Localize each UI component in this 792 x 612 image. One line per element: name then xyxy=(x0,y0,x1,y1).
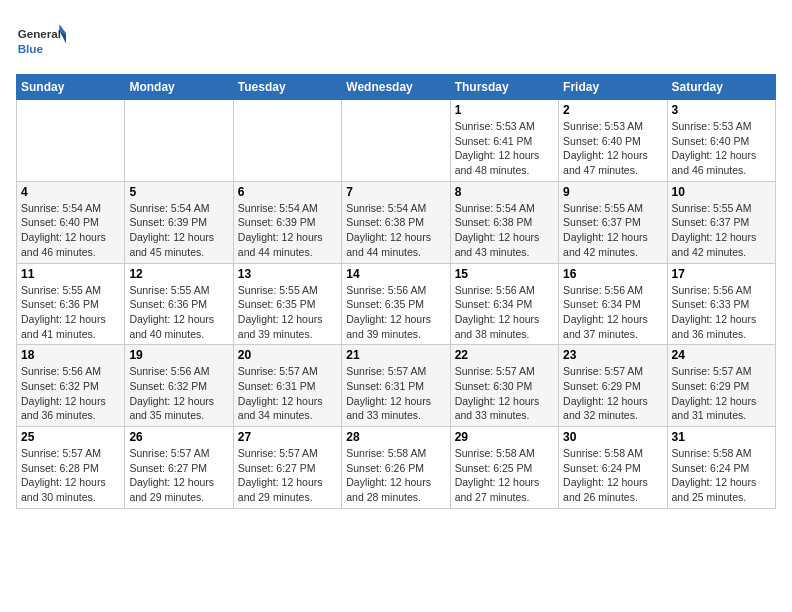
day-content: Sunrise: 5:57 AM Sunset: 6:29 PM Dayligh… xyxy=(672,364,771,423)
calendar-body: 1Sunrise: 5:53 AM Sunset: 6:41 PM Daylig… xyxy=(17,100,776,509)
day-cell-17: 17Sunrise: 5:56 AM Sunset: 6:33 PM Dayli… xyxy=(667,263,775,345)
week-row-5: 25Sunrise: 5:57 AM Sunset: 6:28 PM Dayli… xyxy=(17,427,776,509)
day-cell-21: 21Sunrise: 5:57 AM Sunset: 6:31 PM Dayli… xyxy=(342,345,450,427)
day-cell-6: 6Sunrise: 5:54 AM Sunset: 6:39 PM Daylig… xyxy=(233,181,341,263)
day-cell-25: 25Sunrise: 5:57 AM Sunset: 6:28 PM Dayli… xyxy=(17,427,125,509)
day-cell-13: 13Sunrise: 5:55 AM Sunset: 6:35 PM Dayli… xyxy=(233,263,341,345)
day-cell-18: 18Sunrise: 5:56 AM Sunset: 6:32 PM Dayli… xyxy=(17,345,125,427)
day-number: 29 xyxy=(455,430,554,444)
empty-cell xyxy=(233,100,341,182)
day-content: Sunrise: 5:57 AM Sunset: 6:30 PM Dayligh… xyxy=(455,364,554,423)
day-number: 9 xyxy=(563,185,662,199)
day-number: 22 xyxy=(455,348,554,362)
day-number: 19 xyxy=(129,348,228,362)
day-content: Sunrise: 5:55 AM Sunset: 6:37 PM Dayligh… xyxy=(563,201,662,260)
calendar-header: SundayMondayTuesdayWednesdayThursdayFrid… xyxy=(17,75,776,100)
calendar-table: SundayMondayTuesdayWednesdayThursdayFrid… xyxy=(16,74,776,509)
day-number: 27 xyxy=(238,430,337,444)
day-cell-29: 29Sunrise: 5:58 AM Sunset: 6:25 PM Dayli… xyxy=(450,427,558,509)
header-day-monday: Monday xyxy=(125,75,233,100)
day-cell-28: 28Sunrise: 5:58 AM Sunset: 6:26 PM Dayli… xyxy=(342,427,450,509)
day-number: 2 xyxy=(563,103,662,117)
day-cell-11: 11Sunrise: 5:55 AM Sunset: 6:36 PM Dayli… xyxy=(17,263,125,345)
day-cell-27: 27Sunrise: 5:57 AM Sunset: 6:27 PM Dayli… xyxy=(233,427,341,509)
header-day-tuesday: Tuesday xyxy=(233,75,341,100)
day-number: 30 xyxy=(563,430,662,444)
day-number: 24 xyxy=(672,348,771,362)
day-cell-7: 7Sunrise: 5:54 AM Sunset: 6:38 PM Daylig… xyxy=(342,181,450,263)
day-cell-22: 22Sunrise: 5:57 AM Sunset: 6:30 PM Dayli… xyxy=(450,345,558,427)
day-number: 20 xyxy=(238,348,337,362)
day-content: Sunrise: 5:57 AM Sunset: 6:28 PM Dayligh… xyxy=(21,446,120,505)
day-cell-8: 8Sunrise: 5:54 AM Sunset: 6:38 PM Daylig… xyxy=(450,181,558,263)
day-content: Sunrise: 5:58 AM Sunset: 6:26 PM Dayligh… xyxy=(346,446,445,505)
empty-cell xyxy=(17,100,125,182)
day-number: 28 xyxy=(346,430,445,444)
header-row: SundayMondayTuesdayWednesdayThursdayFrid… xyxy=(17,75,776,100)
day-content: Sunrise: 5:53 AM Sunset: 6:40 PM Dayligh… xyxy=(563,119,662,178)
day-content: Sunrise: 5:58 AM Sunset: 6:25 PM Dayligh… xyxy=(455,446,554,505)
day-number: 15 xyxy=(455,267,554,281)
day-content: Sunrise: 5:56 AM Sunset: 6:34 PM Dayligh… xyxy=(563,283,662,342)
empty-cell xyxy=(125,100,233,182)
day-number: 13 xyxy=(238,267,337,281)
day-content: Sunrise: 5:55 AM Sunset: 6:37 PM Dayligh… xyxy=(672,201,771,260)
day-number: 23 xyxy=(563,348,662,362)
day-cell-1: 1Sunrise: 5:53 AM Sunset: 6:41 PM Daylig… xyxy=(450,100,558,182)
day-content: Sunrise: 5:55 AM Sunset: 6:35 PM Dayligh… xyxy=(238,283,337,342)
header-day-sunday: Sunday xyxy=(17,75,125,100)
day-cell-24: 24Sunrise: 5:57 AM Sunset: 6:29 PM Dayli… xyxy=(667,345,775,427)
day-cell-9: 9Sunrise: 5:55 AM Sunset: 6:37 PM Daylig… xyxy=(559,181,667,263)
day-cell-3: 3Sunrise: 5:53 AM Sunset: 6:40 PM Daylig… xyxy=(667,100,775,182)
day-cell-19: 19Sunrise: 5:56 AM Sunset: 6:32 PM Dayli… xyxy=(125,345,233,427)
week-row-2: 4Sunrise: 5:54 AM Sunset: 6:40 PM Daylig… xyxy=(17,181,776,263)
day-number: 8 xyxy=(455,185,554,199)
day-content: Sunrise: 5:56 AM Sunset: 6:32 PM Dayligh… xyxy=(21,364,120,423)
svg-text:Blue: Blue xyxy=(18,43,44,56)
day-number: 5 xyxy=(129,185,228,199)
day-content: Sunrise: 5:58 AM Sunset: 6:24 PM Dayligh… xyxy=(563,446,662,505)
day-number: 14 xyxy=(346,267,445,281)
day-content: Sunrise: 5:57 AM Sunset: 6:27 PM Dayligh… xyxy=(238,446,337,505)
week-row-1: 1Sunrise: 5:53 AM Sunset: 6:41 PM Daylig… xyxy=(17,100,776,182)
day-content: Sunrise: 5:56 AM Sunset: 6:34 PM Dayligh… xyxy=(455,283,554,342)
day-cell-10: 10Sunrise: 5:55 AM Sunset: 6:37 PM Dayli… xyxy=(667,181,775,263)
day-content: Sunrise: 5:57 AM Sunset: 6:31 PM Dayligh… xyxy=(346,364,445,423)
day-cell-16: 16Sunrise: 5:56 AM Sunset: 6:34 PM Dayli… xyxy=(559,263,667,345)
day-content: Sunrise: 5:57 AM Sunset: 6:29 PM Dayligh… xyxy=(563,364,662,423)
header-day-wednesday: Wednesday xyxy=(342,75,450,100)
day-number: 18 xyxy=(21,348,120,362)
day-content: Sunrise: 5:54 AM Sunset: 6:39 PM Dayligh… xyxy=(238,201,337,260)
day-content: Sunrise: 5:53 AM Sunset: 6:40 PM Dayligh… xyxy=(672,119,771,178)
day-cell-12: 12Sunrise: 5:55 AM Sunset: 6:36 PM Dayli… xyxy=(125,263,233,345)
logo: General Blue xyxy=(16,16,66,66)
header-day-friday: Friday xyxy=(559,75,667,100)
day-content: Sunrise: 5:56 AM Sunset: 6:35 PM Dayligh… xyxy=(346,283,445,342)
day-content: Sunrise: 5:58 AM Sunset: 6:24 PM Dayligh… xyxy=(672,446,771,505)
day-cell-14: 14Sunrise: 5:56 AM Sunset: 6:35 PM Dayli… xyxy=(342,263,450,345)
day-cell-15: 15Sunrise: 5:56 AM Sunset: 6:34 PM Dayli… xyxy=(450,263,558,345)
day-cell-2: 2Sunrise: 5:53 AM Sunset: 6:40 PM Daylig… xyxy=(559,100,667,182)
day-number: 7 xyxy=(346,185,445,199)
day-number: 1 xyxy=(455,103,554,117)
day-content: Sunrise: 5:56 AM Sunset: 6:33 PM Dayligh… xyxy=(672,283,771,342)
day-number: 17 xyxy=(672,267,771,281)
day-cell-23: 23Sunrise: 5:57 AM Sunset: 6:29 PM Dayli… xyxy=(559,345,667,427)
day-content: Sunrise: 5:56 AM Sunset: 6:32 PM Dayligh… xyxy=(129,364,228,423)
day-cell-4: 4Sunrise: 5:54 AM Sunset: 6:40 PM Daylig… xyxy=(17,181,125,263)
day-cell-20: 20Sunrise: 5:57 AM Sunset: 6:31 PM Dayli… xyxy=(233,345,341,427)
day-content: Sunrise: 5:55 AM Sunset: 6:36 PM Dayligh… xyxy=(129,283,228,342)
day-number: 12 xyxy=(129,267,228,281)
day-content: Sunrise: 5:53 AM Sunset: 6:41 PM Dayligh… xyxy=(455,119,554,178)
day-number: 10 xyxy=(672,185,771,199)
header-day-thursday: Thursday xyxy=(450,75,558,100)
day-content: Sunrise: 5:54 AM Sunset: 6:39 PM Dayligh… xyxy=(129,201,228,260)
day-number: 26 xyxy=(129,430,228,444)
day-content: Sunrise: 5:57 AM Sunset: 6:31 PM Dayligh… xyxy=(238,364,337,423)
day-number: 4 xyxy=(21,185,120,199)
empty-cell xyxy=(342,100,450,182)
day-number: 6 xyxy=(238,185,337,199)
day-number: 16 xyxy=(563,267,662,281)
day-number: 11 xyxy=(21,267,120,281)
day-content: Sunrise: 5:57 AM Sunset: 6:27 PM Dayligh… xyxy=(129,446,228,505)
